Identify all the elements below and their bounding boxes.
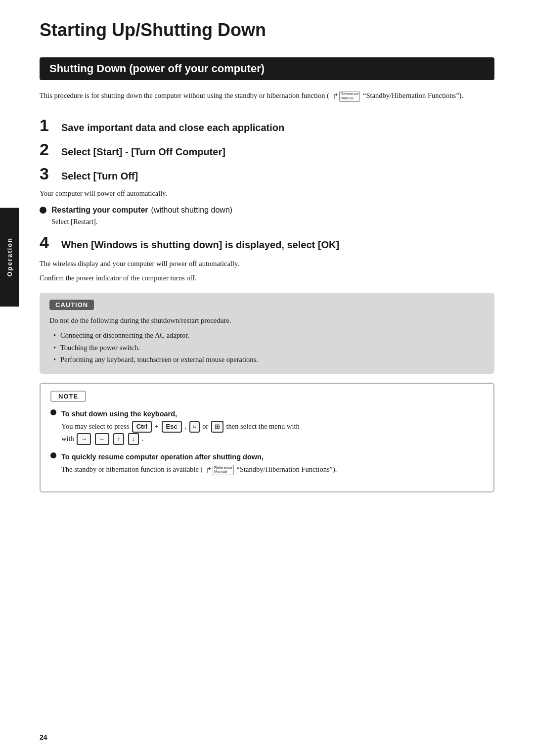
caution-item-3: Performing any keyboard, touchscreen or … — [53, 354, 485, 366]
page-title: Starting Up/Shutting Down — [40, 20, 494, 45]
step-1: 1 Save important data and close each app… — [40, 117, 494, 134]
step-4-number: 4 — [40, 234, 61, 251]
curved-arrow-icon: ↱ — [332, 90, 339, 103]
arrow-left-key: ← — [95, 433, 109, 445]
arrow-up-key: ↑ — [113, 433, 125, 445]
or-text: or — [202, 422, 210, 430]
esc-key: Esc — [162, 421, 182, 433]
caution-box: CAUTION Do not do the following during t… — [40, 293, 494, 374]
restarting-section: Restarting your computer (without shutti… — [40, 206, 494, 226]
reference-icon-2: ↱ Reference Manual — [206, 463, 234, 477]
then-text: then select the menu with — [226, 422, 300, 430]
note-item-1-body-before: You may select to press — [61, 422, 131, 430]
step-4-text: When [Windows is shutting down] is displ… — [61, 238, 339, 251]
note-item-1-header: To shut down using the keyboard, — [61, 410, 177, 418]
caution-item-2: Touching the power switch. — [53, 342, 485, 354]
note-item-2: To quickly resume computer operation aft… — [50, 451, 484, 477]
step-2-text: Select [Start] - [Turn Off Computer] — [61, 145, 225, 158]
caution-list: Connecting or disconnecting the AC adapt… — [53, 329, 485, 366]
note-item-2-body-before: The standby or hibernation function is a… — [61, 465, 203, 473]
step-4-desc2: Confirm the power indicator of the compu… — [40, 272, 494, 284]
reference-label-2: Reference Manual — [213, 465, 234, 476]
plus-sign: + — [155, 422, 161, 430]
page-number: 24 — [40, 733, 47, 741]
step-3: 3 Select [Turn Off] — [40, 165, 494, 182]
menu-key-icon: ⌗ — [189, 421, 200, 433]
step-1-number: 1 — [40, 117, 61, 133]
restarting-normal: (without shutting down) — [151, 206, 233, 215]
curved-arrow-icon-2: ↱ — [206, 463, 212, 477]
step-4-desc1: The wireless display and your computer w… — [40, 258, 494, 269]
arrow-right-key: → — [77, 433, 91, 445]
restarting-header: Restarting your computer (without shutti… — [40, 206, 494, 215]
note-item-2-body-after: “Standby/Hibernation Functions”). — [236, 465, 337, 473]
side-tab-label: Operation — [6, 237, 13, 276]
section-header: Shutting Down (power off your computer) — [40, 57, 494, 80]
note-item-2-content: To quickly resume computer operation aft… — [61, 451, 337, 477]
caution-item-1: Connecting or disconnecting the AC adapt… — [53, 329, 485, 342]
ctrl-key: Ctrl — [132, 421, 152, 433]
side-tab: Operation — [0, 208, 19, 307]
page: Operation Starting Up/Shutting Down Shut… — [0, 0, 534, 756]
note-bullet-dot-2-icon — [50, 452, 56, 458]
step-2: 2 Select [Start] - [Turn Off Computer] — [40, 141, 494, 158]
note-item-2-header: To quickly resume computer operation aft… — [61, 453, 264, 461]
windows-key-icon: ⊞ — [211, 421, 223, 433]
step-2-number: 2 — [40, 141, 61, 158]
step-3-text: Select [Turn Off] — [61, 170, 138, 182]
caution-text: Do not do the following during the shutd… — [49, 315, 485, 326]
step-1-text: Save important data and close each appli… — [61, 121, 284, 134]
note-box: NOTE To shut down using the keyboard, Yo… — [40, 383, 494, 492]
note-item-1-content: To shut down using the keyboard, You may… — [61, 408, 300, 445]
note-badge: NOTE — [50, 391, 86, 402]
bullet-dot-icon — [40, 207, 46, 214]
power-off-note: Your computer will power off automatical… — [40, 189, 494, 198]
intro-text-before: This procedure is for shutting down the … — [40, 91, 329, 99]
step-3-number: 3 — [40, 165, 61, 182]
step-4: 4 When [Windows is shutting down] is dis… — [40, 234, 494, 251]
period: . — [142, 435, 144, 443]
intro-text-after: “Standby/Hibernation Functions”). — [363, 91, 463, 99]
with-text: with — [61, 435, 76, 443]
note-bullet-dot-1-icon — [50, 409, 56, 415]
reference-label: Reference Manual — [339, 91, 360, 102]
comma: , — [184, 422, 186, 430]
restarting-sub: Select [Restart]. — [51, 218, 494, 226]
note-item-1: To shut down using the keyboard, You may… — [50, 408, 484, 445]
reference-icon: ↱ Reference Manual — [332, 90, 360, 103]
caution-badge: CAUTION — [49, 300, 94, 310]
arrow-down-key: ↓ — [128, 433, 139, 445]
intro-paragraph: This procedure is for shutting down the … — [40, 90, 494, 103]
restarting-bold: Restarting your computer — [51, 206, 148, 215]
